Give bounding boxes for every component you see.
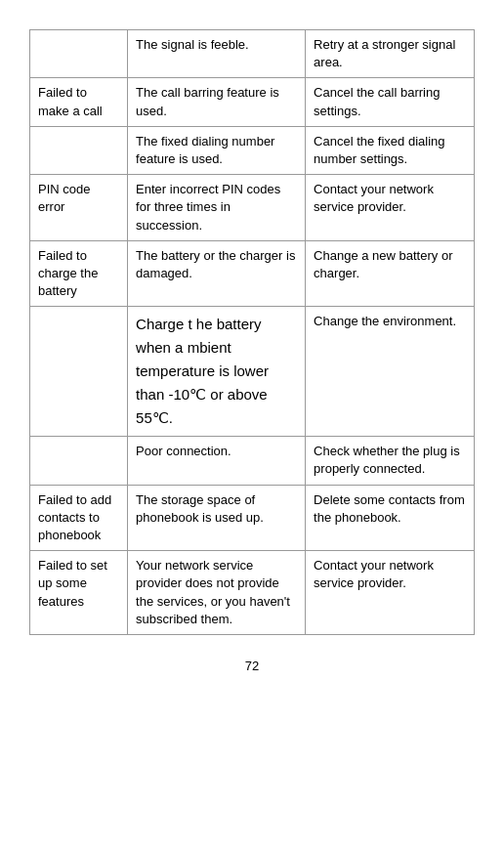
table-cell-col2-2: The fixed dialing number feature is used… (128, 126, 306, 174)
table-cell-col3-2: Cancel the fixed dialing number settings… (306, 126, 475, 174)
table-cell-col2-1: The call barring feature is used. (128, 78, 306, 126)
table-cell-col1-0 (30, 30, 128, 78)
table-cell-col1-6 (30, 437, 128, 485)
table-cell-col3-3: Contact your network service provider. (306, 175, 475, 241)
table-cell-col1-3: PIN code error (30, 175, 128, 241)
table-cell-col2-6: Poor connection. (128, 437, 306, 485)
page-number: 72 (245, 659, 259, 673)
table-cell-col2-3: Enter incorrect PIN codes for three time… (128, 175, 306, 241)
table-cell-col1-8: Failed to set up some features (30, 551, 128, 635)
table-cell-col2-7: The storage space of phonebook is used u… (128, 485, 306, 551)
troubleshoot-table: The signal is feeble.Retry at a stronger… (29, 29, 475, 635)
table-cell-col1-4: Failed to charge the battery (30, 240, 128, 307)
table-cell-col1-2 (30, 126, 128, 174)
table-cell-col1-5 (30, 307, 128, 437)
table-cell-col2-0: The signal is feeble. (128, 30, 306, 78)
table-cell-col3-8: Contact your network service provider. (306, 551, 475, 635)
table-cell-col2-4: The battery or the charger is damaged. (128, 240, 306, 307)
table-cell-col1-7: Failed to add contacts to phonebook (30, 485, 128, 551)
table-cell-col3-4: Change a new battery or charger. (306, 240, 475, 307)
table-cell-col3-7: Delete some contacts from the phonebook. (306, 485, 475, 551)
table-cell-col3-5: Change the environment. (306, 307, 475, 437)
table-cell-col2-5: Charge t he battery when a mbient temper… (128, 307, 306, 437)
table-cell-col1-1: Failed to make a call (30, 78, 128, 126)
table-cell-col2-8: Your network service provider does not p… (128, 551, 306, 635)
table-cell-col3-1: Cancel the call barring settings. (306, 78, 475, 126)
table-cell-col3-0: Retry at a stronger signal area. (306, 30, 475, 78)
table-cell-col3-6: Check whether the plug is properly conne… (306, 437, 475, 485)
